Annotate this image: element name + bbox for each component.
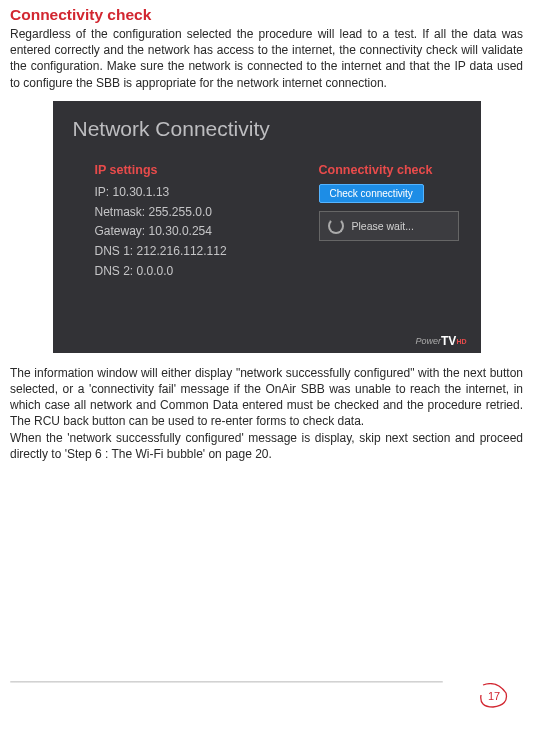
connectivity-check-heading: Connectivity check (319, 163, 461, 177)
page-number: 17 (488, 690, 500, 702)
footer-rule (10, 681, 443, 683)
ip-settings-column: IP settings IP: 10.30.1.13 Netmask: 255.… (95, 163, 263, 282)
screenshot-title: Network Connectivity (73, 117, 461, 141)
gateway-line: Gateway: 10.30.0.254 (95, 222, 263, 242)
logo-tv: TV (441, 334, 456, 348)
result-paragraph-1: The information window will either displ… (10, 365, 523, 430)
status-message-box: Please wait... (319, 211, 459, 241)
status-message: Please wait... (352, 220, 414, 232)
ip-settings-heading: IP settings (95, 163, 263, 177)
netmask-line: Netmask: 255.255.0.0 (95, 203, 263, 223)
spinner-icon (328, 218, 344, 234)
section-heading: Connectivity check (10, 6, 523, 24)
dns1-line: DNS 1: 212.216.112.112 (95, 242, 263, 262)
ip-line: IP: 10.30.1.13 (95, 183, 263, 203)
intro-paragraph: Regardless of the configuration selected… (10, 26, 523, 91)
page-number-badge: 17 (479, 683, 509, 709)
powertv-logo: PowerTVHD (416, 333, 467, 347)
logo-power: Power (416, 336, 442, 346)
dns2-line: DNS 2: 0.0.0.0 (95, 262, 263, 282)
network-connectivity-screenshot: Network Connectivity IP settings IP: 10.… (53, 101, 481, 353)
check-connectivity-button[interactable]: Check connectivity (319, 184, 424, 203)
result-paragraph-2: When the 'network successfully configure… (10, 430, 523, 462)
logo-hd: HD (456, 338, 466, 345)
connectivity-check-column: Connectivity check Check connectivity Pl… (319, 163, 461, 282)
